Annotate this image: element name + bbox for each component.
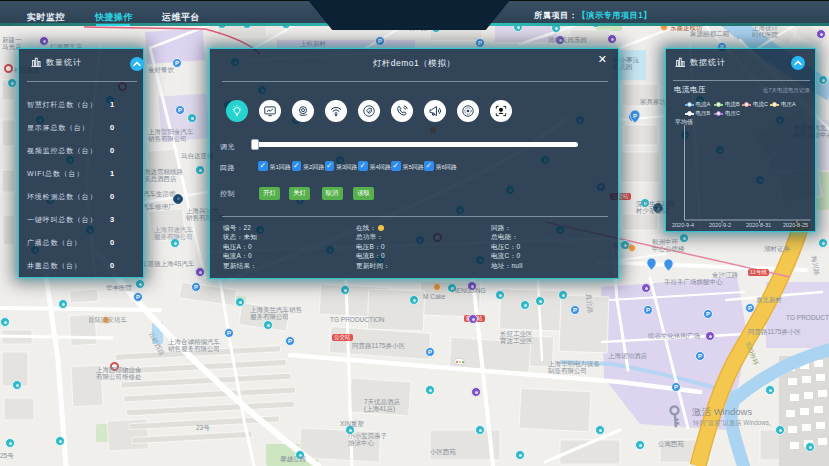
svg-text:P: P: [633, 113, 637, 119]
